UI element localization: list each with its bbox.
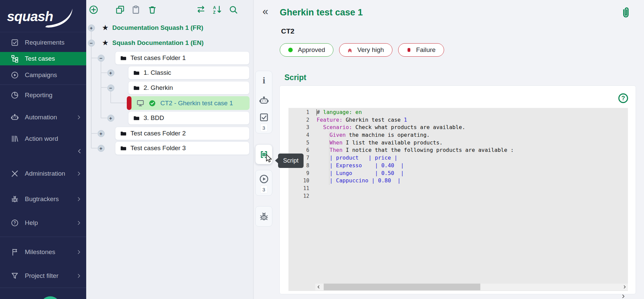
panel-scroll-right-icon[interactable] [621, 294, 626, 299]
collapse-minus-icon[interactable]: − [107, 84, 114, 92]
tab-count-badge: 3 [261, 186, 267, 193]
swap-button[interactable] [196, 5, 206, 15]
status-badge-approved[interactable]: Approved [280, 43, 333, 57]
test-cases-icon [10, 54, 19, 63]
delete-button[interactable] [147, 5, 157, 15]
sidebar-item-campaigns[interactable]: Campaigns [0, 68, 86, 82]
tab-information[interactable]: i [259, 75, 269, 86]
paste-button[interactable] [131, 5, 141, 15]
add-button[interactable] [89, 5, 99, 15]
sidebar-divider [0, 288, 86, 288]
line-number: 2 [288, 116, 309, 124]
code-text: Scenario: Check what products are availa… [317, 124, 465, 131]
page-title: Gherkin test case 1 [280, 7, 363, 18]
search-button[interactable] [228, 5, 238, 15]
expand-plus-icon[interactable]: + [107, 69, 114, 76]
code-line: 9 | Lungo | 0.50 | [288, 170, 628, 177]
help-icon: ? [10, 219, 19, 227]
expand-plus-icon[interactable]: + [98, 130, 105, 137]
project-label: Documentation Squash 1 (FR) [112, 24, 203, 32]
check-circle-icon [149, 100, 156, 107]
tab-executions[interactable] [259, 174, 269, 184]
sidebar-item-administration[interactable]: Administration [0, 167, 86, 180]
tree-project-row[interactable]: ★Documentation Squash 1 (FR) [102, 21, 203, 35]
star-icon: ★ [102, 39, 109, 47]
gherkin-editor[interactable]: 1# language: en2Feature: Gherkin test ca… [288, 108, 628, 291]
help-button[interactable]: ? [617, 92, 629, 104]
tree-folder-row[interactable]: Test cases Folder 2 [115, 127, 250, 140]
code-line: 1# language: en [288, 109, 628, 116]
code-line: 8 | Expresso | 0.40 | [288, 162, 628, 170]
tree-folder-row[interactable]: 3. BDD [128, 111, 250, 125]
sidebar-item-project-filter[interactable]: Project filter [0, 269, 86, 283]
tree-folder-row[interactable]: Test cases Folder 1 [115, 51, 250, 65]
folder-label: 2. Gherkin [144, 84, 173, 92]
scroll-right-icon[interactable] [622, 285, 627, 289]
tab-verified-requirements[interactable] [259, 112, 269, 123]
dot-icon [287, 46, 294, 54]
line-number: 9 [288, 170, 309, 177]
sidebar-item-action-word[interactable]: Action word [0, 132, 86, 145]
requirements-icon [10, 38, 19, 47]
code-token: Check what products are available. [352, 124, 465, 130]
indent-guide [329, 131, 329, 185]
code-line: 5 When I list the available products. [288, 139, 628, 147]
sidebar-item-reporting[interactable]: Reporting [0, 88, 86, 102]
tree-connector [110, 91, 111, 103]
sidebar-item-label: Test cases [25, 55, 55, 62]
status-badge-very-high[interactable]: Very high [339, 43, 392, 57]
tree-folder-row[interactable]: Test cases Folder 3 [115, 141, 250, 155]
line-number: 4 [288, 131, 309, 139]
code-token: Given [330, 132, 346, 138]
copy-button[interactable] [115, 5, 125, 15]
milestone-red-bar [127, 96, 131, 110]
sidebar-collapse-button[interactable] [0, 146, 86, 157]
status-badge-failure[interactable]: Failure [398, 43, 444, 57]
sidebar-item-automation[interactable]: Automation [0, 111, 86, 124]
folder-icon [120, 55, 127, 62]
folder-icon [133, 69, 140, 76]
line-number: 6 [288, 146, 309, 154]
horizontal-scrollbar[interactable] [315, 284, 628, 290]
tab-card: i3 [255, 71, 272, 133]
paperclip-icon [619, 5, 633, 20]
tab-card [255, 206, 272, 227]
collapse-minus-icon[interactable]: − [88, 40, 95, 47]
tree-folder-row[interactable]: 2. Gherkin [128, 81, 250, 95]
code-line: 2Feature: Gherkin test case 1 [288, 116, 628, 124]
tree-testcase-row-selected[interactable]: CT2 - Gherkin test case 1 [128, 96, 250, 110]
scrollbar-thumb[interactable] [324, 284, 480, 290]
tree-folder-row[interactable]: 1. Classic [128, 66, 250, 79]
tab-issues[interactable] [259, 211, 269, 222]
expand-plus-icon[interactable]: + [107, 115, 114, 122]
attachments-button[interactable] [619, 5, 633, 20]
squash-logo-icon: squash [5, 5, 76, 28]
sidebar-item-bugtrackers[interactable]: Bugtrackers [0, 192, 86, 206]
user-avatar[interactable] [40, 296, 60, 299]
sidebar-item-label: Bugtrackers [25, 195, 59, 203]
tab-automation[interactable] [259, 95, 269, 106]
tooltip: Script [278, 154, 304, 168]
collapse-minus-icon[interactable]: − [98, 55, 105, 62]
expand-plus-icon[interactable]: + [98, 145, 105, 152]
tree-project-row[interactable]: ★Squash Documentation 1 (EN) [102, 36, 204, 50]
chevron-right-icon [75, 219, 83, 227]
sidebar-item-test-cases[interactable]: Test cases [0, 52, 86, 65]
sidebar-item-help[interactable]: ?Help [0, 216, 86, 230]
tooltip-label: Script [283, 157, 299, 164]
sort-button[interactable]: AZ [212, 5, 222, 15]
app-logo[interactable]: squash [0, 0, 86, 32]
play-icon [259, 174, 269, 184]
sidebar-item-requirements[interactable]: Requirements [0, 36, 86, 49]
tree-connector [101, 87, 107, 88]
expand-plus-icon[interactable]: + [88, 24, 95, 32]
code-token: language: en [320, 109, 362, 115]
folder-label: Test cases Folder 2 [130, 130, 186, 137]
code-token: When [330, 139, 343, 146]
sidebar-item-label: Administration [25, 170, 65, 177]
scroll-left-icon[interactable] [316, 285, 321, 289]
collapse-panel-button[interactable]: « [260, 5, 271, 18]
sidebar-item-milestones[interactable]: Milestones [0, 245, 86, 259]
chevron-right-icon [75, 195, 83, 203]
sidebar-item-label: Help [25, 219, 38, 227]
